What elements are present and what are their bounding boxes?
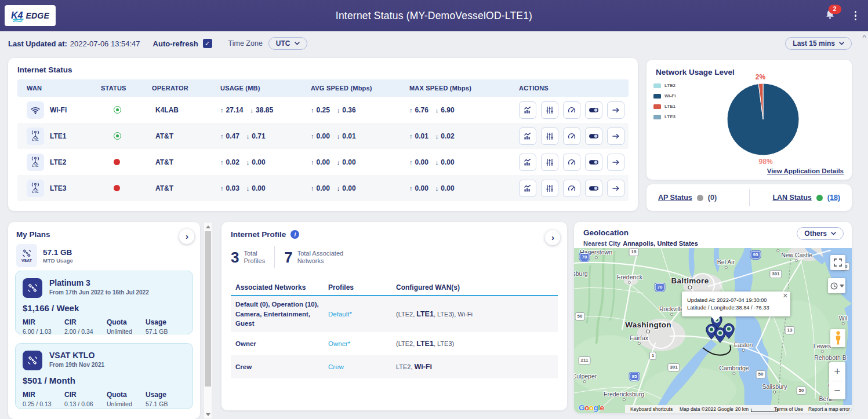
vessel-marker-pin[interactable] — [723, 323, 735, 341]
fullscreen-icon — [833, 257, 843, 268]
zoom-out-button[interactable]: − — [829, 381, 845, 400]
toggle-button[interactable] — [585, 154, 602, 171]
timezone-value: UTC — [276, 39, 290, 48]
plan-stat-label: MIR — [23, 318, 64, 326]
chevron-down-icon — [839, 42, 844, 45]
close-icon[interactable]: ✕ — [783, 293, 788, 299]
internet-status-card: Internet Status WANSTATUSOPERATORUSAGE (… — [8, 58, 638, 211]
map-city-wil: Wil — [839, 315, 848, 325]
google-logo[interactable]: Google — [579, 403, 604, 412]
status-indicator-offline — [114, 185, 120, 191]
my-plans-card: My Plans › VSAT 57.1 GB MTD Usage — [8, 222, 200, 419]
internet-profile-expand-button[interactable]: › — [545, 230, 560, 245]
time-range-select[interactable]: Last 15 mins — [785, 37, 852, 50]
notifications-button[interactable]: 2 — [824, 9, 836, 23]
page-title: Internet Status (MY-DemoVesselOD-LTE1) — [0, 0, 868, 31]
avg-speed: ↑0.00↓0.01 — [311, 132, 409, 140]
scrollbar-down-arrow[interactable] — [204, 410, 212, 418]
map-city-salisbury: Salisbury — [762, 383, 787, 394]
internet-profile-title: Internet Profile — [231, 230, 286, 239]
us-route-shield-50: 50 — [575, 312, 585, 320]
lan-status-dot — [816, 195, 823, 201]
limits-button[interactable] — [541, 101, 558, 119]
toggle-button[interactable] — [585, 180, 602, 197]
fullscreen-button[interactable] — [830, 255, 845, 270]
scrollbar-up-arrow[interactable] — [204, 223, 212, 231]
plan-name: Platinum 3 — [49, 278, 149, 287]
my-plans-expand-button[interactable]: › — [179, 229, 194, 244]
limits-button[interactable] — [541, 127, 558, 145]
info-icon[interactable]: i — [290, 230, 299, 239]
down-arrow-icon: ↓ — [435, 133, 439, 140]
wifi-icon — [27, 101, 44, 119]
wan-name: Wi-Fi — [50, 106, 67, 114]
pegman-button[interactable] — [830, 329, 845, 347]
dashboard: K4 EDGE Internet Status (MY-DemoVesselOD… — [0, 0, 868, 419]
lte-antenna-icon: LTE — [27, 180, 44, 197]
profile-link[interactable]: Owner* — [324, 337, 391, 351]
column-profiles: Profiles — [324, 283, 391, 292]
profile-table-header: Associated Networks Profiles Configured … — [231, 280, 558, 296]
details-button[interactable] — [607, 180, 624, 197]
ap-status-link[interactable]: AP Status — [658, 194, 692, 202]
lan-status-count[interactable]: (18) — [827, 194, 840, 202]
keyboard-shortcuts-link[interactable]: Keyboard shortcuts — [630, 406, 673, 412]
usage-chart-button[interactable] — [519, 154, 536, 171]
page-scroll-up-arrow[interactable]: ^ — [863, 34, 866, 41]
lte-antenna-icon: LTE — [27, 127, 44, 145]
zoom-in-button[interactable]: + — [829, 362, 845, 381]
report-map-error-link[interactable]: Report a map error — [808, 406, 850, 412]
avg-speed-up: 0.00 — [317, 132, 330, 140]
ap-status-dot — [697, 195, 703, 201]
speed-test-button[interactable] — [563, 101, 580, 119]
geolocation-filter-select[interactable]: Others — [797, 227, 844, 240]
speed-test-button[interactable] — [563, 154, 580, 171]
toggle-button[interactable] — [585, 101, 602, 119]
column-configured-wans: Configured WAN(s) — [391, 283, 558, 292]
timezone-select[interactable]: UTC — [268, 37, 307, 50]
usage-chart-button[interactable] — [519, 180, 536, 197]
plan-period: From 19th Nov 2021 — [49, 362, 104, 368]
plan-stat-label: Quota — [107, 318, 146, 326]
details-button[interactable] — [607, 154, 624, 171]
details-button[interactable] — [607, 101, 624, 119]
plan-stat-label: CIR — [64, 318, 107, 326]
limits-button[interactable] — [541, 154, 558, 171]
plan-card[interactable]: VSAT KTLO From 19th Nov 2021 $501 / Mont… — [15, 343, 193, 409]
operator-name: AT&T — [152, 184, 220, 192]
wan-bold: Wi-Fi — [415, 363, 432, 371]
lan-status-link[interactable]: LAN Status — [772, 194, 811, 202]
google-map[interactable]: HagerstownMartinsburgFrederickBel AirNew… — [574, 248, 852, 413]
plan-stat-usage: Usage57.1 GB — [146, 391, 186, 407]
usage-chart-button[interactable] — [519, 127, 536, 145]
nearest-city: Nearest CityAnnapolis, United States — [583, 240, 698, 247]
my-plans-scrollbar[interactable] — [204, 222, 212, 419]
details-button[interactable] — [607, 127, 624, 145]
auto-refresh-checkbox[interactable]: ✓ — [203, 39, 212, 48]
kebab-menu-button[interactable] — [852, 9, 859, 23]
profile-table-body: Default (0), Operation (10), Camera, Ent… — [231, 296, 558, 378]
profile-link[interactable]: Default* — [324, 307, 391, 321]
map-data-attribution: Map data ©2022 Google — [680, 406, 733, 412]
toggle-button[interactable] — [585, 127, 602, 145]
speed-test-button[interactable] — [563, 127, 580, 145]
usage-chart-button[interactable] — [519, 101, 536, 119]
plan-stat-usage: Usage57.1 GB — [146, 318, 186, 335]
profile-link[interactable]: Crew — [324, 360, 391, 374]
view-application-details-link[interactable]: View Application Details — [767, 167, 844, 174]
terms-of-use-link[interactable]: Terms of Use — [774, 406, 803, 412]
plan-stat-quota: QuotaUnlimited — [107, 391, 146, 407]
scrollbar-thumb[interactable] — [205, 231, 211, 387]
profile-row: OwnerOwner*(LTE2, LTE1, LTE3) — [231, 332, 558, 355]
map-attribution: Keyboard shortcuts Map data ©2022 Google… — [574, 405, 852, 413]
up-arrow-icon: ↑ — [220, 185, 224, 192]
history-button[interactable] — [828, 278, 845, 293]
plan-card[interactable]: Platinum 3 From 17th Jun 2022 to 16th Ju… — [15, 271, 193, 334]
column-header-wan: WAN — [17, 85, 100, 92]
plan-stat-value: 2.00 / 0.34 — [64, 328, 107, 335]
total-networks-value: 7 — [284, 249, 292, 267]
up-arrow-icon: ↑ — [409, 185, 413, 192]
wan-row-lte2: LTELTE2AT&T↑0.02↓0.00↑0.00↓0.00↑0.00↓0.0… — [17, 149, 629, 175]
limits-button[interactable] — [541, 180, 558, 197]
speed-test-button[interactable] — [563, 180, 580, 197]
